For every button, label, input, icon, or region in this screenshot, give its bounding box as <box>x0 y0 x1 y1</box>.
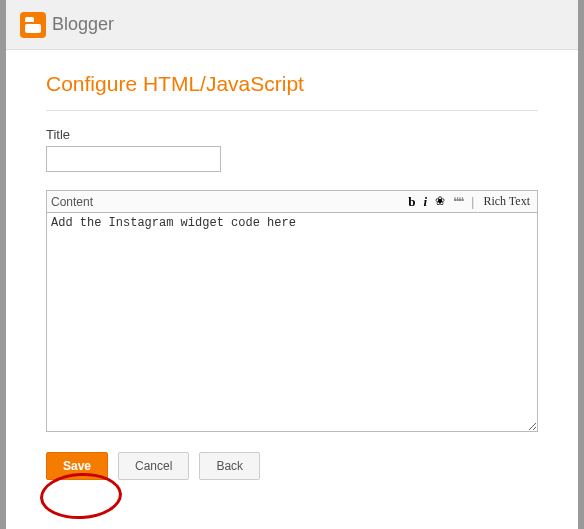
content-textarea[interactable] <box>46 212 538 432</box>
logo-text: Blogger <box>52 14 114 35</box>
toolbar-separator: | <box>469 194 476 209</box>
quote-icon[interactable]: ❝❝ <box>451 195 465 209</box>
link-icon[interactable]: ❀ <box>433 194 447 209</box>
content-label: Content <box>51 195 93 209</box>
blogger-icon <box>20 12 46 38</box>
bold-icon[interactable]: b <box>406 194 417 210</box>
dialog-frame: Blogger Configure HTML/JavaScript Title … <box>0 0 584 529</box>
content-block: Content b i ❀ ❝❝ | Rich Text <box>46 190 538 436</box>
page-title: Configure HTML/JavaScript <box>46 72 538 96</box>
editor-toolbar: b i ❀ ❝❝ | Rich Text <box>406 194 533 210</box>
header-bar: Blogger <box>6 0 578 50</box>
blogger-logo: Blogger <box>20 12 114 38</box>
cancel-button[interactable]: Cancel <box>118 452 189 480</box>
button-row: Save Cancel Back <box>46 452 538 480</box>
back-button[interactable]: Back <box>199 452 260 480</box>
italic-icon[interactable]: i <box>421 194 429 210</box>
divider <box>46 110 538 111</box>
title-label: Title <box>46 127 538 142</box>
title-input[interactable] <box>46 146 221 172</box>
content-header: Content b i ❀ ❝❝ | Rich Text <box>46 190 538 212</box>
richtext-toggle[interactable]: Rich Text <box>480 194 533 209</box>
save-button[interactable]: Save <box>46 452 108 480</box>
content-area: Configure HTML/JavaScript Title Content … <box>6 50 578 490</box>
